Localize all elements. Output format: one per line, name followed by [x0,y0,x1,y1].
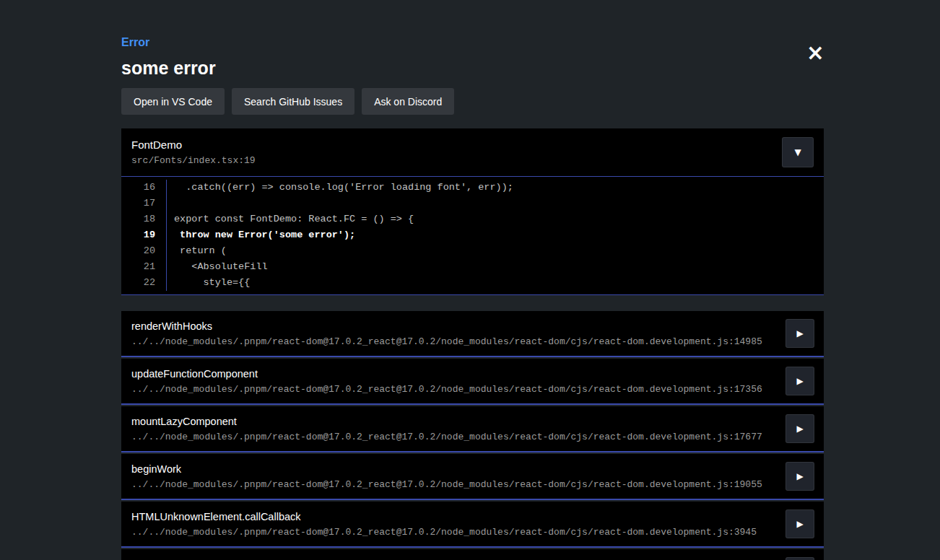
line-code: <AbsoluteFill [166,259,824,275]
code-line: 21 <AbsoluteFill [121,259,824,275]
stack-frame-row: beginWork ../../node_modules/.pnpm/react… [121,454,824,500]
code-line: 19 throw new Error('some error'); [121,227,824,243]
error-message-title: some error [121,58,824,77]
line-code: throw new Error('some error'); [166,227,824,243]
frame-location: ../../node_modules/.pnpm/react-dom@17.0.… [131,336,762,347]
expand-triangle-icon: ▶ [796,377,803,385]
expand-frame-button[interactable]: ▶ [785,509,814,538]
code-line: 20 return ( [121,243,824,259]
code-line: 16 .catch((err) => console.log('Error lo… [121,180,824,196]
frame-location: ../../node_modules/.pnpm/react-dom@17.0.… [131,527,757,538]
expand-triangle-icon: ▶ [796,329,803,338]
action-button-label: Open in VS Code [134,96,212,108]
expand-triangle-icon: ▶ [796,424,803,433]
stack-frame-row: HTMLUnknownElement.callCallback ../../no… [121,502,824,548]
source-frame-header: FontDemo src/Fonts/index.tsx:19 ▼ [121,128,824,177]
code-line: 17 [121,196,824,211]
line-number: 17 [121,196,166,211]
frame-location: ../../node_modules/.pnpm/react-dom@17.0.… [131,384,762,395]
line-code [166,196,824,211]
stack-frame-row: updateFunctionComponent ../../node_modul… [121,359,824,405]
expand-frame-button[interactable]: ▶ [785,414,814,443]
code-line: 18 export const FontDemo: React.FC = () … [121,211,824,227]
expand-triangle-icon: ▶ [796,520,803,528]
line-number: 21 [121,259,166,275]
line-code: .catch((err) => console.log('Error loadi… [166,180,824,196]
stack-frames-list: renderWithHooks ../../node_modules/.pnpm… [121,311,824,560]
chevron-down-icon: ▼ [794,148,801,157]
error-type-label: Error [121,36,824,49]
line-number: 16 [121,180,166,196]
expand-frame-button[interactable]: ▶ [785,557,814,560]
action-button-label: Ask on Discord [374,96,442,108]
expand-frame-button[interactable]: ▶ [785,462,814,491]
action-button[interactable]: Open in VS Code [121,88,225,115]
frame-function-name: beginWork [131,463,762,476]
action-button[interactable]: Ask on Discord [362,88,454,115]
stack-frame-row: renderWithHooks ../../node_modules/.pnpm… [121,311,824,357]
stack-frame-row: ▶ [121,549,824,560]
expand-triangle-icon: ▶ [796,472,803,481]
line-number: 20 [121,243,166,259]
collapse-snippet-button[interactable]: ▼ [782,137,814,167]
frame-function-name: HTMLUnknownElement.callCallback [131,511,757,523]
expand-frame-button[interactable]: ▶ [785,367,814,395]
frame-location: ../../node_modules/.pnpm/react-dom@17.0.… [131,432,762,442]
source-location: src/Fonts/index.tsx:19 [131,155,256,166]
line-code: style={{ [166,275,824,291]
frame-location: ../../node_modules/.pnpm/react-dom@17.0.… [131,479,762,490]
line-code: return ( [166,243,824,259]
error-overlay: Error some error Open in VS Code Search … [121,36,824,560]
expand-frame-button[interactable]: ▶ [785,319,814,348]
action-button-label: Search GitHub Issues [244,96,342,108]
line-number: 18 [121,211,166,227]
frame-function-name: renderWithHooks [131,320,762,333]
code-snippet: 16 .catch((err) => console.log('Error lo… [121,177,824,294]
frame-function-name: mountLazyComponent [131,416,762,428]
source-function-name: FontDemo [131,139,256,151]
action-buttons: Open in VS Code Search GitHub Issues Ask… [121,88,824,115]
line-code: export const FontDemo: React.FC = () => … [166,211,824,227]
stack-frame-row: mountLazyComponent ../../node_modules/.p… [121,406,824,452]
line-number: 19 [121,227,166,243]
code-line: 22 style={{ [121,275,824,291]
source-frame-card: FontDemo src/Fonts/index.tsx:19 ▼ 16 .ca… [121,128,824,295]
action-button[interactable]: Search GitHub Issues [232,88,354,115]
line-number: 22 [121,275,166,291]
frame-function-name: updateFunctionComponent [131,368,762,380]
